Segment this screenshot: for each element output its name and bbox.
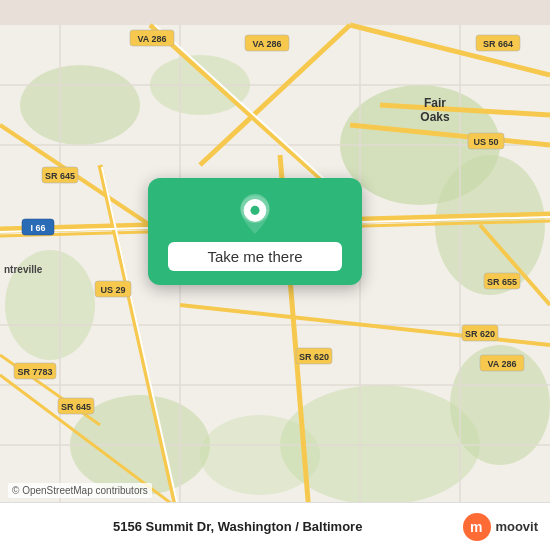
svg-text:SR 620: SR 620 xyxy=(465,329,495,339)
svg-text:VA 286: VA 286 xyxy=(252,39,281,49)
moovit-icon: m xyxy=(463,513,491,541)
svg-text:VA 286: VA 286 xyxy=(137,34,166,44)
svg-text:ntreville: ntreville xyxy=(4,264,43,275)
moovit-label: moovit xyxy=(495,519,538,534)
address-title: 5156 Summit Dr, Washington / Baltimore xyxy=(22,519,453,534)
svg-text:SR 645: SR 645 xyxy=(61,402,91,412)
svg-text:SR 655: SR 655 xyxy=(487,277,517,287)
footer-bar: 5156 Summit Dr, Washington / Baltimore m… xyxy=(0,502,550,550)
svg-text:SR 620: SR 620 xyxy=(299,352,329,362)
svg-text:Fair: Fair xyxy=(424,96,446,110)
svg-text:Oaks: Oaks xyxy=(420,110,450,124)
popup-card: Take me there xyxy=(148,178,362,285)
svg-text:SR 664: SR 664 xyxy=(483,39,513,49)
svg-text:VA 286: VA 286 xyxy=(487,359,516,369)
svg-point-70 xyxy=(250,206,259,215)
svg-text:US 29: US 29 xyxy=(100,285,125,295)
moovit-logo: m moovit xyxy=(463,513,538,541)
copyright-text: © OpenStreetMap contributors xyxy=(8,483,152,498)
map-container: VA 286 VA 286 VA 286 SR 664 I 66 US 50 U… xyxy=(0,0,550,550)
svg-text:I 66: I 66 xyxy=(30,223,45,233)
svg-text:US 50: US 50 xyxy=(473,137,498,147)
svg-text:SR 7783: SR 7783 xyxy=(17,367,52,377)
svg-text:SR 645: SR 645 xyxy=(45,171,75,181)
svg-point-2 xyxy=(20,65,140,145)
take-me-there-button[interactable]: Take me there xyxy=(168,242,342,271)
svg-text:m: m xyxy=(470,519,482,535)
location-pin-icon xyxy=(235,194,275,234)
